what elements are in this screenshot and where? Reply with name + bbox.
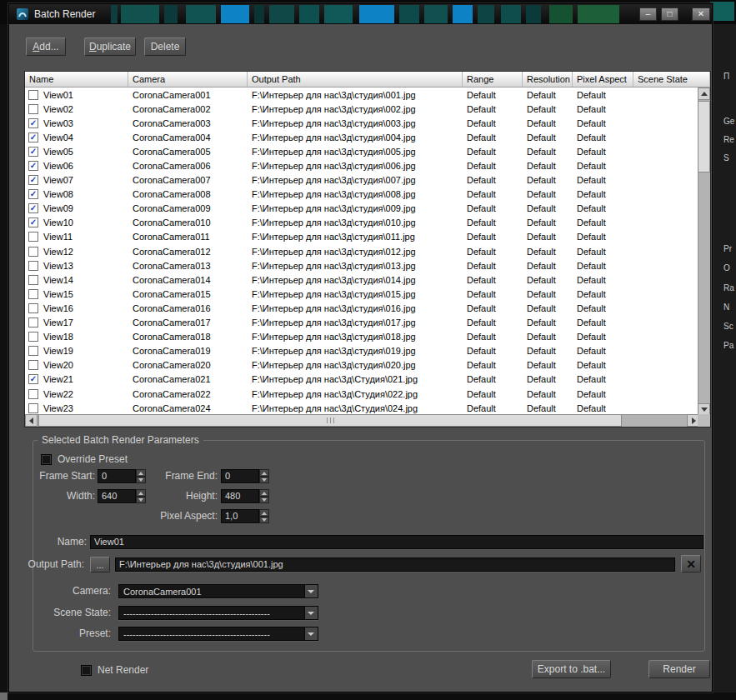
column-header-scene-state[interactable]: Scene State <box>633 72 710 87</box>
table-row[interactable]: View01CoronaCamera001F:\Интерьер для нас… <box>25 88 699 102</box>
table-row[interactable]: ✓View10CoronaCamera010F:\Интерьер для на… <box>25 216 699 230</box>
row-checkbox[interactable] <box>28 318 38 328</box>
table-row[interactable]: View02CoronaCamera002F:\Интерьер для нас… <box>25 102 699 116</box>
spinner-down-icon[interactable] <box>259 497 269 504</box>
table-row[interactable]: View17CoronaCamera017F:\Интерьер для нас… <box>25 316 699 330</box>
row-checkbox[interactable]: ✓ <box>28 132 38 142</box>
export-bat-button[interactable]: Export to .bat... <box>532 660 611 678</box>
pixel-aspect-spinner[interactable] <box>259 509 269 523</box>
row-checkbox[interactable] <box>28 232 38 242</box>
spinner-up-icon[interactable] <box>259 509 269 517</box>
table-row[interactable]: ✓View07CoronaCamera007F:\Интерьер для на… <box>25 173 699 188</box>
name-field[interactable]: View01 <box>90 535 703 549</box>
horizontal-scrollbar[interactable] <box>25 414 699 427</box>
row-pixel-aspect: Default <box>573 303 633 313</box>
scroll-up-button[interactable] <box>698 88 710 100</box>
frame-end-field[interactable]: 0 <box>221 469 259 483</box>
table-row[interactable]: View20CoronaCamera020F:\Интерьер для нас… <box>25 358 699 372</box>
row-checkbox[interactable]: ✓ <box>28 374 38 384</box>
table-row[interactable]: View19CoronaCamera019F:\Интерьер для нас… <box>25 344 699 358</box>
chevron-down-icon[interactable] <box>304 628 318 640</box>
render-button[interactable]: Render <box>648 660 710 678</box>
row-checkbox[interactable] <box>28 261 38 271</box>
column-header-range[interactable]: Range <box>463 72 523 87</box>
table-row[interactable]: ✓View08CoronaCamera008F:\Интерьер для на… <box>25 188 699 202</box>
clear-output-button[interactable]: ✕ <box>681 555 701 572</box>
row-checkbox[interactable] <box>28 332 38 342</box>
table-row[interactable]: View22CoronaCamera022F:\Интерьер для нас… <box>25 387 699 401</box>
row-checkbox[interactable]: ✓ <box>28 161 38 171</box>
column-header-resolution[interactable]: Resolution <box>523 72 573 87</box>
height-spinner[interactable] <box>259 489 269 503</box>
width-field[interactable]: 640 <box>98 489 136 503</box>
row-checkbox[interactable] <box>28 303 38 313</box>
row-checkbox[interactable] <box>28 346 38 356</box>
pixel-aspect-field[interactable]: 1,0 <box>221 509 259 523</box>
preset-dropdown[interactable]: ----------------------------------------… <box>118 627 318 641</box>
table-row[interactable]: View18CoronaCamera018F:\Интерьер для нас… <box>25 330 699 344</box>
close-button[interactable]: ✕ <box>692 8 710 21</box>
table-row[interactable]: View16CoronaCamera016F:\Интерьер для нас… <box>25 301 699 315</box>
table-row[interactable]: ✓View05CoronaCamera005F:\Интерьер для на… <box>25 144 699 158</box>
row-checkbox[interactable]: ✓ <box>28 175 38 185</box>
row-checkbox[interactable] <box>28 289 38 299</box>
row-range: Default <box>463 104 523 114</box>
vertical-scrollbar[interactable] <box>698 88 710 416</box>
net-render-checkbox[interactable] <box>81 665 92 676</box>
row-output-path: F:\Интерьер для нас\3д\студия\003.jpg <box>248 118 463 128</box>
table-row[interactable]: ✓View03CoronaCamera003F:\Интерьер для на… <box>25 116 699 130</box>
height-field[interactable]: 480 <box>221 489 259 503</box>
row-checkbox[interactable] <box>28 247 38 257</box>
add-button[interactable]: Add... <box>26 38 66 56</box>
duplicate-button[interactable]: Duplicate <box>84 38 136 56</box>
row-checkbox[interactable] <box>28 90 38 100</box>
table-row[interactable]: View15CoronaCamera015F:\Интерьер для нас… <box>25 287 699 301</box>
frame-start-field[interactable]: 0 <box>98 469 136 483</box>
table-row[interactable]: View23CoronaCamera024F:\Интерьер для нас… <box>25 401 699 415</box>
scene-state-dropdown[interactable]: ----------------------------------------… <box>118 606 318 620</box>
row-checkbox[interactable]: ✓ <box>28 218 38 228</box>
delete-button[interactable]: Delete <box>144 38 186 56</box>
maximize-button[interactable]: □ <box>661 8 678 21</box>
row-checkbox[interactable] <box>28 360 38 370</box>
minimize-button[interactable]: – <box>639 8 657 21</box>
table-row[interactable]: ✓View04CoronaCamera004F:\Интерьер для на… <box>25 130 699 144</box>
output-path-field[interactable]: F:\Интерьер для нас\3д\студия\001.jpg <box>115 558 675 572</box>
table-row[interactable]: View11CoronaCamera011F:\Интерьер для нас… <box>25 230 699 244</box>
row-checkbox[interactable]: ✓ <box>28 189 38 199</box>
browse-output-button[interactable]: ... <box>90 557 110 572</box>
table-row[interactable]: ✓View09CoronaCamera009F:\Интерьер для на… <box>25 202 699 216</box>
spinner-down-icon[interactable] <box>259 477 269 484</box>
spinner-down-icon[interactable] <box>259 517 269 524</box>
chevron-down-icon[interactable] <box>304 585 318 598</box>
horizontal-scroll-thumb[interactable] <box>38 414 622 427</box>
spinner-up-icon[interactable] <box>259 469 269 477</box>
table-row[interactable]: ✓View06CoronaCamera006F:\Интерьер для на… <box>25 158 699 172</box>
chevron-down-icon[interactable] <box>304 607 318 619</box>
row-checkbox[interactable]: ✓ <box>28 118 38 128</box>
column-header-output-path[interactable]: Output Path <box>248 72 463 87</box>
override-preset-checkbox[interactable] <box>41 454 52 465</box>
row-checkbox[interactable]: ✓ <box>28 147 38 157</box>
table-row[interactable]: View14CoronaCamera014F:\Интерьер для нас… <box>25 272 699 287</box>
title-bar[interactable]: Batch Render – □ ✕ <box>9 4 712 24</box>
row-checkbox[interactable] <box>28 104 38 114</box>
row-checkbox[interactable] <box>28 389 38 399</box>
camera-dropdown-value: CoronaCamera001 <box>119 587 304 597</box>
row-checkbox[interactable] <box>28 403 38 413</box>
table-row[interactable]: View13CoronaCamera013F:\Интерьер для нас… <box>25 258 699 272</box>
column-header-name[interactable]: Name <box>25 72 128 87</box>
row-checkbox[interactable]: ✓ <box>28 203 38 213</box>
vertical-scroll-thumb[interactable] <box>698 101 710 172</box>
spinner-up-icon[interactable] <box>259 489 269 497</box>
scroll-left-button[interactable] <box>25 414 38 427</box>
table-row[interactable]: View12CoronaCamera012F:\Интерьер для нас… <box>25 244 699 258</box>
row-output-path: F:\Интерьер для нас\3д\студия\018.jpg <box>248 332 463 342</box>
camera-dropdown[interactable]: CoronaCamera001 <box>118 584 318 598</box>
row-checkbox[interactable] <box>28 275 38 285</box>
row-resolution: Default <box>523 90 573 100</box>
column-header-pixel-aspect[interactable]: Pixel Aspect <box>573 72 633 87</box>
frame-end-spinner[interactable] <box>259 469 269 483</box>
table-row[interactable]: ✓View21CoronaCamera021F:\Интерьер для на… <box>25 372 699 387</box>
column-header-camera[interactable]: Camera <box>128 72 248 87</box>
